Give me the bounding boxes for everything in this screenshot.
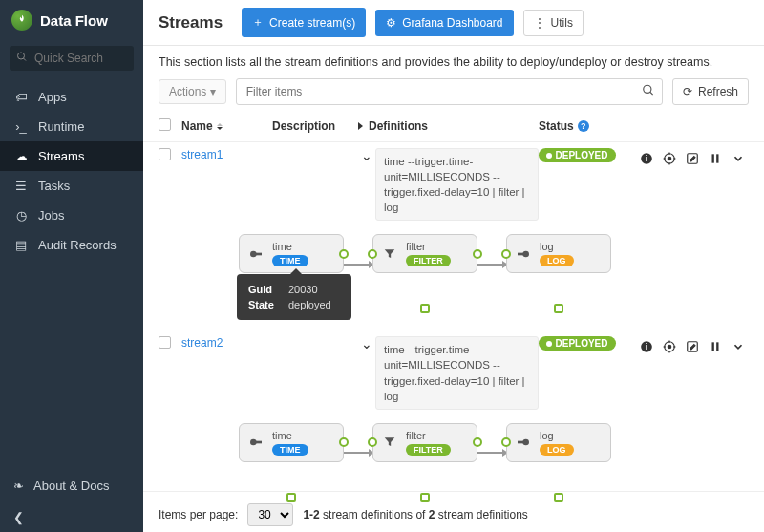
tooltip-value: deployed (288, 299, 331, 310)
stream-name-link[interactable]: stream1 (181, 148, 223, 161)
bottom-port[interactable] (554, 493, 563, 502)
flow-graph: timeTIME filterFILTER (143, 415, 764, 491)
edit-button[interactable] (682, 336, 703, 357)
node-tooltip: Guid20030 Statedeployed (237, 274, 351, 320)
sidebar-item-apps[interactable]: 🏷Apps (0, 82, 143, 112)
column-status[interactable]: Status? (539, 119, 615, 133)
node-type: TIME (272, 255, 308, 266)
input-port[interactable] (501, 437, 511, 447)
tooltip-value: 20030 (288, 284, 318, 295)
row-checkbox[interactable] (159, 336, 171, 349)
svg-point-7 (668, 157, 671, 160)
svg-point-0 (18, 53, 25, 59)
output-port[interactable] (339, 437, 349, 447)
sidebar-item-audit[interactable]: ▤Audit Records (0, 230, 143, 260)
table-row: stream2 ⌄ time --trigger.time-unit=MILLI… (143, 330, 764, 415)
select-all-checkbox[interactable] (159, 118, 171, 131)
node-label: filter (406, 241, 451, 252)
column-label: Name (181, 119, 213, 133)
node-label: time (272, 430, 308, 441)
details-button[interactable]: i (636, 148, 657, 169)
column-definitions[interactable]: Definitions (358, 119, 539, 133)
records-icon: ▤ (13, 238, 29, 252)
node-type: FILTER (406, 444, 451, 456)
undeploy-button[interactable] (705, 336, 726, 357)
node-time[interactable]: timeTIME (239, 423, 344, 462)
column-description[interactable]: Description (272, 119, 358, 133)
tag-icon: 🏷 (13, 90, 29, 104)
tooltip-key: State (248, 299, 279, 310)
toolbar: Actions ▾ ⟳Refresh (143, 73, 764, 111)
svg-point-2 (644, 85, 651, 93)
svg-rect-29 (716, 343, 718, 351)
sidebar-item-label: Apps (38, 90, 67, 104)
refresh-button[interactable]: ⟳Refresh (672, 78, 749, 105)
link (344, 264, 372, 266)
page-size-select[interactable]: 30 (247, 503, 293, 526)
search-icon[interactable] (642, 84, 655, 100)
column-name[interactable]: Name (181, 119, 272, 133)
button-label: Utils (551, 16, 573, 30)
sidebar-search (10, 46, 134, 71)
filter-icon (381, 434, 398, 451)
filter-input[interactable] (236, 78, 663, 105)
collapse-toggle[interactable]: ⌄ (358, 336, 375, 351)
create-stream-button[interactable]: ＋Create stream(s) (242, 8, 366, 37)
stream-name-link[interactable]: stream2 (181, 336, 223, 350)
node-filter[interactable]: filterFILTER (372, 423, 478, 462)
page-header: Streams ＋Create stream(s) ⚙Grafana Dashb… (143, 0, 764, 46)
details-button[interactable]: i (636, 336, 657, 357)
actions-dropdown[interactable]: Actions ▾ (159, 79, 226, 104)
bottom-port[interactable] (420, 493, 430, 502)
sidebar-item-streams[interactable]: ☁Streams (0, 141, 143, 171)
caret-right-icon (358, 122, 363, 130)
sidebar: Data Flow 🏷Apps ›_Runtime ☁Streams ☰Task… (0, 0, 143, 532)
sidebar-item-runtime[interactable]: ›_Runtime (0, 112, 143, 141)
deploy-button[interactable] (659, 336, 680, 357)
sort-icon (217, 123, 223, 130)
clock-icon: ◷ (13, 208, 29, 223)
column-label: Definitions (369, 119, 428, 133)
grafana-button[interactable]: ⚙Grafana Dashboard (375, 10, 513, 36)
node-type: LOG (540, 255, 574, 266)
menu-dots-icon: ⋮ (534, 16, 545, 30)
node-type: FILTER (406, 255, 451, 266)
svg-rect-16 (255, 253, 262, 256)
node-log[interactable]: logLOG (506, 234, 611, 273)
svg-line-1 (24, 58, 27, 61)
output-port[interactable] (339, 249, 349, 259)
input-port[interactable] (368, 249, 377, 259)
gear-icon: ⚙ (386, 16, 396, 30)
sidebar-footer: ❧About & Docs ❮ (0, 469, 143, 532)
sidebar-item-about[interactable]: ❧About & Docs (0, 469, 143, 502)
link (344, 452, 372, 454)
search-icon (16, 52, 28, 66)
help-icon[interactable]: ? (578, 120, 589, 132)
edit-button[interactable] (682, 148, 703, 169)
column-label: Status (539, 119, 574, 133)
node-filter[interactable]: filterFILTER (372, 234, 478, 273)
search-input[interactable] (10, 46, 134, 71)
node-log[interactable]: logLOG (506, 423, 611, 462)
expand-button[interactable] (728, 148, 749, 169)
sidebar-item-jobs[interactable]: ◷Jobs (0, 201, 143, 230)
button-label: Grafana Dashboard (402, 16, 502, 30)
node-time[interactable]: timeTIME (239, 234, 344, 273)
input-port[interactable] (501, 249, 511, 259)
collapse-toggle[interactable]: ⌄ (358, 148, 375, 163)
utils-button[interactable]: ⋮Utils (523, 10, 584, 36)
sidebar-collapse[interactable]: ❮ (0, 502, 143, 532)
output-port[interactable] (473, 437, 482, 447)
sidebar-item-tasks[interactable]: ☰Tasks (0, 171, 143, 201)
bottom-port[interactable] (554, 304, 563, 313)
link (478, 452, 506, 454)
row-checkbox[interactable] (159, 148, 171, 160)
deploy-button[interactable] (659, 148, 680, 169)
input-port[interactable] (368, 437, 377, 447)
brand[interactable]: Data Flow (0, 0, 143, 40)
bottom-port[interactable] (420, 304, 430, 313)
output-port[interactable] (473, 249, 482, 259)
bottom-port[interactable] (286, 493, 296, 502)
undeploy-button[interactable] (705, 148, 726, 169)
expand-button[interactable] (728, 336, 749, 357)
